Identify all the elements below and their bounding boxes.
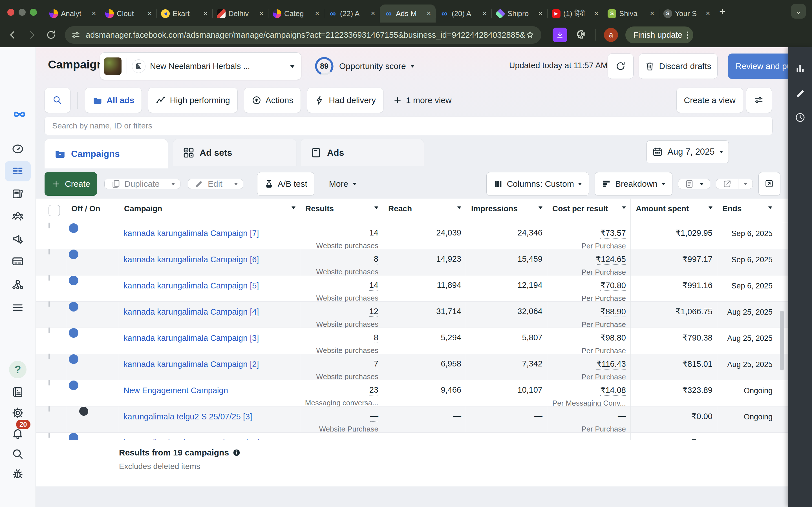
table-row[interactable]: kannada karungalimala Campaign [5]14Webs… <box>36 276 788 302</box>
forward-icon[interactable] <box>26 29 38 41</box>
tab-ad-sets[interactable]: Ad sets <box>173 139 296 166</box>
site-settings-icon[interactable] <box>71 30 81 40</box>
tab-close-icon[interactable]: × <box>705 9 711 18</box>
cost-per-result-value[interactable]: ₹73.57 <box>600 228 626 238</box>
column-header-campaign[interactable]: Campaign <box>119 199 300 223</box>
column-header-impressions[interactable]: Impressions <box>466 199 547 223</box>
column-header-ends[interactable]: Ends <box>717 199 777 223</box>
row-checkbox[interactable] <box>49 353 50 359</box>
table-row[interactable]: New Engagement Campaign23Messaging conve… <box>36 380 788 406</box>
cost-per-result-value[interactable]: ₹116.43 <box>596 359 626 370</box>
minimize-window-button[interactable] <box>18 9 26 16</box>
create-a-view-button[interactable]: Create a view <box>676 88 743 113</box>
discard-drafts-button[interactable]: Discard drafts <box>639 54 718 79</box>
cost-per-result-value[interactable]: ₹124.65 <box>596 255 626 265</box>
table-row[interactable]: kannada karungalimala Campaign [6]8Websi… <box>36 249 788 276</box>
history-clock-icon[interactable] <box>788 108 812 127</box>
browser-tab[interactable]: Analyt× <box>45 4 101 22</box>
download-extension-icon[interactable] <box>553 27 567 42</box>
chart-expand-button[interactable] <box>758 172 780 196</box>
back-icon[interactable] <box>6 29 19 41</box>
tab-campaigns[interactable]: Campaigns <box>45 139 168 168</box>
tab-close-icon[interactable]: × <box>593 9 600 18</box>
cost-per-result-value[interactable]: ₹98.80 <box>600 333 626 343</box>
browser-tab[interactable]: ∞(20) A× <box>436 4 492 22</box>
campaign-name-link[interactable]: kannada karungalimala Campaign [3] <box>123 334 259 343</box>
column-header-cost-per-result[interactable]: Cost per result <box>547 199 631 223</box>
row-checkbox[interactable] <box>49 275 50 281</box>
column-header-reach[interactable]: Reach <box>383 199 466 223</box>
view-settings-button[interactable] <box>746 88 772 113</box>
cost-per-result-value[interactable]: ₹88.90 <box>600 307 626 317</box>
browser-tab[interactable]: ∞Ads M× <box>380 4 436 22</box>
more-button[interactable]: More <box>322 172 363 196</box>
edit-panel-icon[interactable] <box>788 83 812 103</box>
tab-close-icon[interactable]: × <box>146 9 153 18</box>
sidebar-item-campaigns[interactable] <box>5 161 31 181</box>
tab-close-icon[interactable]: × <box>481 9 488 18</box>
bookmark-star-icon[interactable] <box>525 30 535 40</box>
row-checkbox[interactable] <box>49 433 50 438</box>
campaign-name-link[interactable]: kannada karungalimala Campaign [4] <box>123 307 259 317</box>
results-value[interactable]: 12 <box>369 307 378 317</box>
table-row[interactable]: karungalimala telgu Campaign 25/07/25₹0.… <box>36 433 788 440</box>
select-all-checkbox[interactable] <box>49 205 60 216</box>
campaign-name-link[interactable]: New Engagement Campaign <box>123 386 228 395</box>
browser-menu-icon[interactable] <box>687 32 688 39</box>
view-pill-had-delivery[interactable]: Had delivery <box>307 88 384 113</box>
table-row[interactable]: karungalimala telgu2 S 25/07/25 [3]—Webs… <box>36 406 788 433</box>
campaign-toggle[interactable] <box>79 406 79 411</box>
sidebar-item-all-tools[interactable] <box>5 297 31 318</box>
sort-caret-icon[interactable] <box>768 207 772 209</box>
campaign-name-link[interactable]: karungalimala telgu2 S 25/07/25 [3] <box>123 412 252 421</box>
review-and-publish-button[interactable]: Review and pu <box>728 54 788 79</box>
sidebar-item-notifications[interactable]: 20 <box>5 423 31 443</box>
sort-caret-icon[interactable] <box>457 207 461 209</box>
cost-per-result-value[interactable]: — <box>618 411 626 420</box>
info-icon[interactable] <box>232 448 241 457</box>
browser-tab[interactable]: Delhiv× <box>212 4 268 22</box>
row-checkbox[interactable] <box>49 406 50 412</box>
tab-close-icon[interactable]: × <box>258 9 265 18</box>
browser-profile-avatar[interactable]: a <box>604 28 618 42</box>
refresh-data-button[interactable] <box>608 54 633 79</box>
row-checkbox[interactable] <box>49 249 50 255</box>
performance-charts-icon[interactable] <box>788 59 812 78</box>
sidebar-item-report-problem[interactable] <box>5 464 31 484</box>
finish-update-button[interactable]: Finish update <box>625 26 693 43</box>
view-pill-all-ads[interactable]: All ads <box>85 88 142 113</box>
tab-close-icon[interactable]: × <box>91 9 97 18</box>
sort-caret-icon[interactable] <box>374 207 378 209</box>
vertical-scrollbar-thumb[interactable] <box>780 311 784 371</box>
sort-caret-icon[interactable] <box>539 207 543 209</box>
results-value[interactable]: 8 <box>374 333 378 343</box>
browser-tab[interactable]: SShiva× <box>603 4 659 22</box>
duplicate-button[interactable]: Duplicate <box>105 179 166 189</box>
columns-button[interactable]: Columns: Custom <box>486 172 589 196</box>
sidebar-item-ads-reporting[interactable] <box>5 184 31 204</box>
campaign-name-link[interactable]: kannada karungalimala Campaign [2] <box>123 360 259 369</box>
table-row[interactable]: kannada karungalimala Campaign [4]12Webs… <box>36 302 788 328</box>
close-window-button[interactable] <box>7 9 14 16</box>
view-pill-high-performing[interactable]: High performing <box>148 88 238 113</box>
help-button[interactable]: ? <box>5 359 31 380</box>
edit-button[interactable]: Edit <box>188 179 229 189</box>
search-view-button[interactable] <box>45 88 70 113</box>
sidebar-item-account-overview[interactable] <box>5 138 31 159</box>
column-header-off-on[interactable]: Off / On <box>66 199 119 223</box>
table-row[interactable]: kannada karungalimala Campaign [3]8Websi… <box>36 328 788 354</box>
row-checkbox[interactable] <box>49 327 50 333</box>
results-value[interactable]: 8 <box>374 255 378 265</box>
sort-caret-icon[interactable] <box>622 207 626 209</box>
browser-tab[interactable]: ∞(22) A× <box>324 4 380 22</box>
create-button[interactable]: Create <box>45 172 97 196</box>
sidebar-item-audiences[interactable] <box>5 206 31 226</box>
date-range-button[interactable]: Aug 7, 2025 <box>647 140 729 163</box>
tab-close-icon[interactable]: × <box>537 9 544 18</box>
browser-tab[interactable]: SYour S× <box>659 4 715 22</box>
tab-close-icon[interactable]: × <box>370 9 376 18</box>
export-button[interactable] <box>716 179 738 189</box>
row-checkbox[interactable] <box>49 301 50 307</box>
tab-close-icon[interactable]: × <box>202 9 209 18</box>
cost-per-result-value[interactable]: ₹70.80 <box>600 281 626 291</box>
